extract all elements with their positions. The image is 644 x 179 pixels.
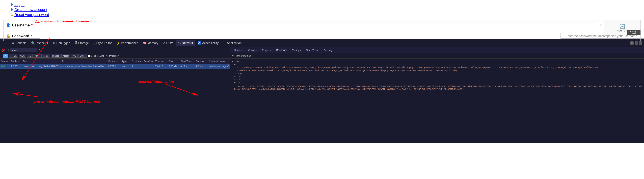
- tab-performance[interactable]: ⚡ Performance: [114, 40, 140, 46]
- tab-accessibility[interactable]: ♿ Accessibility: [196, 40, 220, 46]
- col-header-size: Size: [168, 60, 180, 63]
- disable-cache-checkbox[interactable]: [88, 55, 90, 57]
- row-protocol: HTTP/2: [107, 65, 121, 68]
- filter-js[interactable]: JS: [27, 54, 32, 58]
- network-panel: 🚫 ↺ .* All HTML CSS JS XHR Fonts Images …: [0, 47, 644, 143]
- filter-other[interactable]: Other: [78, 54, 87, 58]
- nav-item-create[interactable]: 👤 Create new account: [10, 7, 641, 12]
- row-cache: private, max-age=0: [208, 65, 230, 68]
- devtools-undock-icon[interactable]: ⊞: [5, 41, 8, 45]
- filter-images[interactable]: Images: [51, 54, 61, 58]
- network-filter-input[interactable]: [10, 48, 37, 52]
- password-field: 🔒 Password * Enter the password that acc…: [3, 31, 641, 41]
- create-icon: 👤: [10, 8, 14, 11]
- reset-link[interactable]: Reset your password: [14, 12, 49, 17]
- json-key-5: 5: null: [234, 78, 643, 81]
- performance-icon: ⚡: [116, 41, 120, 45]
- filter-type-buttons: All HTML CSS JS XHR Fonts Images Media W…: [3, 54, 87, 58]
- privacy-terms: Privacy · Terms: [627, 30, 640, 35]
- lock-icon: 🔒: [10, 13, 14, 16]
- col-header-status: Status: [0, 60, 10, 63]
- nav-item-reset[interactable]: 🔒 Reset your password: [10, 12, 641, 17]
- username-input[interactable]: [40, 22, 595, 28]
- reload-icon[interactable]: ↺: [6, 48, 9, 52]
- username-required: *: [31, 23, 32, 27]
- clear-icon[interactable]: 🚫: [1, 48, 5, 52]
- tab-memory[interactable]: 🧠 Memory: [141, 40, 160, 46]
- tab-headers[interactable]: Headers: [232, 48, 246, 52]
- right-panel-topbar: All HTML CSS JS XHR Fonts Images Media W…: [0, 53, 230, 59]
- col-header-setcookies: Set-Coo...: [142, 60, 154, 63]
- network-icon: ↑↓: [178, 41, 181, 45]
- col-header-url: URL: [59, 60, 107, 63]
- tab-dom[interactable]: ◇ DOM: [161, 40, 175, 46]
- response-body: ▼ JSON 0: 1: "03AGdBZp26CXNn4pc1z6Zk8i4c…: [230, 59, 644, 143]
- filter-html[interactable]: HTML: [9, 54, 18, 58]
- row-method: POST: [10, 65, 22, 68]
- accessibility-icon: ♿: [198, 41, 201, 45]
- col-header-cookies: Cookies: [131, 60, 142, 63]
- row-start: 6.22 s: [180, 65, 194, 68]
- tab-security[interactable]: Security: [322, 48, 334, 52]
- col-header-start: Start Time: [180, 60, 194, 63]
- tab-stack-trace[interactable]: Stack Trace: [304, 48, 321, 52]
- json-key-4: 4: null: [234, 75, 643, 78]
- tab-cookies[interactable]: Cookies: [246, 48, 259, 52]
- disable-cache-label[interactable]: Disable cache: [88, 55, 104, 57]
- password-input[interactable]: [40, 33, 561, 39]
- json-long-value: ▼ "bgdata": "Ly93d3cuZ29vZ2xl.mMvb5SgyY0…: [234, 85, 643, 91]
- console-icon: ≫: [12, 41, 14, 45]
- col-header-transfer: Transfer...: [154, 60, 168, 63]
- json-key-3: 3: 120: [234, 72, 643, 75]
- tab-storage[interactable]: 🗄 Storage: [72, 40, 91, 46]
- settings-btn[interactable]: ⚙: [630, 41, 634, 45]
- col-header-duration: Duration: [194, 60, 208, 63]
- login-icon: 👤: [10, 3, 14, 6]
- tab-application[interactable]: ☰ Application: [221, 40, 244, 46]
- filter-fonts[interactable]: Fonts: [42, 54, 50, 58]
- filter-properties-icon: ▼ Filter properties: [232, 55, 251, 57]
- nav-item-login[interactable]: 👤 Log in: [10, 2, 641, 7]
- response-toolbar: ▼ Filter properties: [230, 53, 644, 59]
- filter-xhr[interactable]: XHR: [33, 54, 41, 58]
- network-row[interactable]: 200 POST reload?k=6LccJngUAAAAId7HeT1ysl…: [0, 64, 230, 69]
- tab-response[interactable]: Response: [274, 48, 290, 52]
- tab-style-editor[interactable]: {} Style Editor: [92, 40, 114, 46]
- no-throttle-select[interactable]: No throttling ▾: [106, 55, 120, 57]
- row-type: json: [121, 65, 131, 68]
- json-label: ▼ JSON: [232, 60, 643, 63]
- devtools-dock-icon[interactable]: ⊟: [2, 41, 4, 45]
- tab-inspector[interactable]: 🔍 Inspector: [29, 40, 50, 46]
- row-duration: 447 ms: [194, 65, 208, 68]
- nav-list: 👤 Log in 👤 Create new account 🔒 Reset yo…: [3, 2, 641, 17]
- row-cookies: 1: [131, 65, 142, 68]
- password-icon: 🔒: [6, 34, 10, 38]
- close-btn[interactable]: ✕: [639, 41, 642, 45]
- username-icon: 👤: [6, 23, 10, 27]
- dom-icon: ◇: [163, 41, 165, 45]
- filter-all[interactable]: All: [3, 54, 8, 58]
- row-transfer: 7.88 kB: [154, 65, 168, 68]
- col-header-file: File: [22, 60, 59, 63]
- network-response-panel: Headers Cookies Request Response Timings…: [230, 47, 644, 143]
- col-header-method: Method: [10, 60, 22, 63]
- tab-debugger[interactable]: ⚙ Debugger: [51, 40, 72, 46]
- create-link[interactable]: Create new account: [14, 7, 47, 12]
- row-url: https://www.google.com/recaptcha/api2/re…: [59, 65, 107, 67]
- tab-timings[interactable]: Timings: [290, 48, 303, 52]
- style-editor-icon: {}: [94, 41, 96, 45]
- storage-icon: 🗄: [74, 41, 77, 45]
- tab-console[interactable]: ≫ Console: [10, 40, 28, 46]
- response-tabs: Headers Cookies Request Response Timings…: [230, 47, 644, 53]
- minimize-btn[interactable]: —: [634, 41, 638, 45]
- recaptcha-box[interactable]: 🔄 reCAPTCHA Privacy · Terms: [604, 20, 641, 35]
- filter-media[interactable]: Media: [62, 54, 70, 58]
- regex-btn[interactable]: .*: [38, 49, 40, 52]
- login-link[interactable]: Log in: [14, 2, 24, 7]
- filter-css[interactable]: CSS: [19, 54, 26, 58]
- col-header-cache: Cache-Control: [208, 60, 230, 63]
- tab-request[interactable]: Request: [260, 48, 273, 52]
- debugger-icon: ⚙: [53, 41, 56, 45]
- filter-ws[interactable]: WS: [71, 54, 78, 58]
- json-key-0: 0:: [234, 63, 643, 66]
